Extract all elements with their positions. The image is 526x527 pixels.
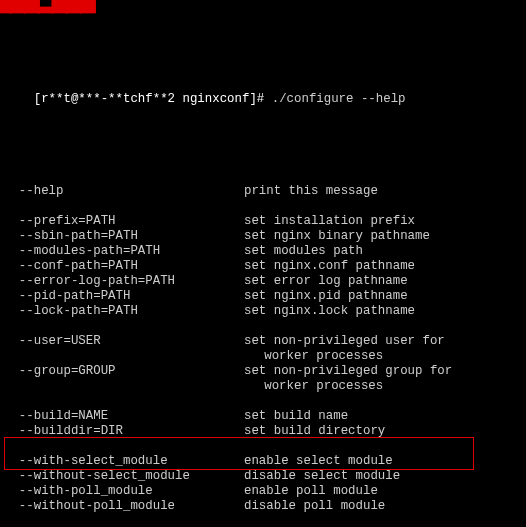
option-desc: set non-privileged user for — [244, 334, 445, 348]
option-row: --group=GROUPset non-privileged group fo… — [4, 364, 522, 379]
option-flag: --sbin-path=PATH — [4, 229, 244, 244]
watermark-overlay: ▆▆▆▂▆▆▆ — [0, 0, 94, 9]
option-row: --builddir=DIRset build directory — [4, 424, 522, 439]
option-row: --modules-path=PATHset modules path — [4, 244, 522, 259]
option-desc: set nginx.pid pathname — [244, 289, 408, 303]
option-desc: set nginx binary pathname — [244, 229, 430, 243]
shell-prompt-line: [r**t@***-**tchf**2 nginxconf]# ./config… — [4, 77, 522, 122]
option-row: --lock-path=PATHset nginx.lock pathname — [4, 304, 522, 319]
option-flag: --builddir=DIR — [4, 424, 244, 439]
blank-line — [4, 514, 522, 527]
option-flag-empty — [4, 349, 264, 364]
option-flag: --error-log-path=PATH — [4, 274, 244, 289]
option-desc-continuation: worker processes — [4, 379, 522, 394]
option-flag: --without-poll_module — [4, 499, 244, 514]
option-flag: --lock-path=PATH — [4, 304, 244, 319]
option-desc: worker processes — [264, 379, 383, 393]
prompt-command: ./configure --help — [272, 92, 406, 106]
blank-line — [4, 169, 522, 184]
option-flag: --prefix=PATH — [4, 214, 244, 229]
option-row: --error-log-path=PATHset error log pathn… — [4, 274, 522, 289]
option-flag: --pid-path=PATH — [4, 289, 244, 304]
option-desc: disable poll module — [244, 499, 385, 513]
option-desc: enable select module — [244, 454, 393, 468]
option-desc: set modules path — [244, 244, 363, 258]
blank-line — [4, 439, 522, 454]
option-flag: --with-select_module — [4, 454, 244, 469]
option-desc-continuation: worker processes — [4, 349, 522, 364]
option-desc: set non-privileged group for — [244, 364, 452, 378]
option-flag-empty — [4, 379, 264, 394]
option-flag: --conf-path=PATH — [4, 259, 244, 274]
option-row: --build=NAMEset build name — [4, 409, 522, 424]
blank-line — [4, 199, 522, 214]
option-row: --with-select_moduleenable select module — [4, 454, 522, 469]
option-row: --with-poll_moduleenable poll module — [4, 484, 522, 499]
option-flag: --help — [4, 184, 244, 199]
option-desc: enable poll module — [244, 484, 378, 498]
option-row: --without-select_moduledisable select mo… — [4, 469, 522, 484]
option-row: --without-poll_moduledisable poll module — [4, 499, 522, 514]
option-desc: worker processes — [264, 349, 383, 363]
option-desc: print this message — [244, 184, 378, 198]
option-desc: set error log pathname — [244, 274, 408, 288]
option-flag: --without-select_module — [4, 469, 244, 484]
option-row: --helpprint this message — [4, 184, 522, 199]
blank-line — [4, 394, 522, 409]
option-row: --user=USERset non-privileged user for — [4, 334, 522, 349]
option-desc: set build name — [244, 409, 348, 423]
option-desc: disable select module — [244, 469, 400, 483]
terminal-output: ▆▆▆▂▆▆▆ [r**t@***-**tchf**2 nginxconf]# … — [0, 0, 526, 527]
option-flag: --modules-path=PATH — [4, 244, 244, 259]
option-flag: --user=USER — [4, 334, 244, 349]
option-desc: set nginx.lock pathname — [244, 304, 415, 318]
prompt-host: [r**t@***-**tchf**2 nginxconf]# — [34, 92, 272, 106]
option-desc: set build directory — [244, 424, 385, 438]
option-flag: --group=GROUP — [4, 364, 244, 379]
option-desc: set nginx.conf pathname — [244, 259, 415, 273]
option-row: --conf-path=PATHset nginx.conf pathname — [4, 259, 522, 274]
option-row: --prefix=PATHset installation prefix — [4, 214, 522, 229]
option-flag: --with-poll_module — [4, 484, 244, 499]
option-row: --sbin-path=PATHset nginx binary pathnam… — [4, 229, 522, 244]
option-row: --pid-path=PATHset nginx.pid pathname — [4, 289, 522, 304]
blank-line — [4, 319, 522, 334]
option-flag: --build=NAME — [4, 409, 244, 424]
option-desc: set installation prefix — [244, 214, 415, 228]
